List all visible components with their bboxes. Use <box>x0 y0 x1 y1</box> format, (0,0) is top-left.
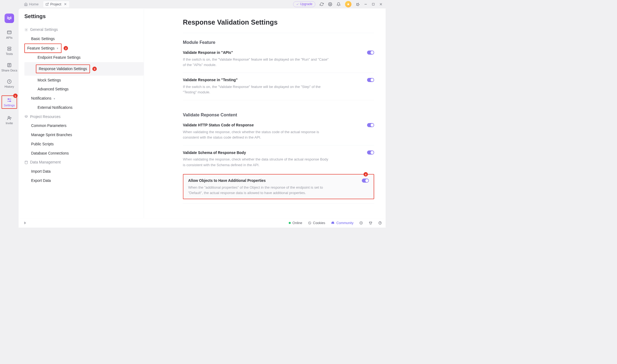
toggle-http-status[interactable] <box>367 123 374 127</box>
section-data-mgmt[interactable]: Data Management <box>24 158 144 167</box>
database-icon <box>24 160 28 164</box>
refresh-icon[interactable] <box>320 2 324 6</box>
nav-feature-settings-highlight: Feature Settings ▼ <box>24 44 62 53</box>
discord-icon <box>331 221 335 225</box>
rail-settings-highlight: 1 Settings <box>2 96 17 109</box>
badge-2: 2 <box>64 46 68 50</box>
nav-public-scripts[interactable]: Public Scripts <box>24 140 144 149</box>
nav-response-validation-highlight: Response Validation Settings <box>36 64 90 73</box>
online-dot-icon <box>289 222 291 224</box>
page-title: Settings <box>24 13 144 19</box>
cookie-icon <box>308 221 311 225</box>
share-icon <box>7 63 12 68</box>
plus-circle-icon[interactable] <box>359 221 363 225</box>
setting-additional-props: Allow Objects to Have Additional Propert… <box>188 179 369 196</box>
svg-point-29 <box>310 223 310 223</box>
setting-validate-apis: Validate Response in "APIs" If the switc… <box>183 51 374 73</box>
rail-apis[interactable]: APIs <box>6 30 12 40</box>
badge-4: 4 <box>363 172 368 176</box>
svg-point-34 <box>380 224 380 224</box>
collapse-panel-icon[interactable] <box>24 221 28 225</box>
nav-basic-settings[interactable]: Basic Settings <box>24 34 144 44</box>
svg-rect-8 <box>8 49 11 51</box>
window-close-icon[interactable] <box>379 2 383 6</box>
divider <box>183 204 374 204</box>
help-icon[interactable] <box>378 221 382 225</box>
svg-point-21 <box>25 161 27 162</box>
chevron-down-icon: ▼ <box>56 47 59 50</box>
svg-rect-2 <box>372 3 375 5</box>
rail-history[interactable]: History <box>5 79 14 89</box>
svg-point-17 <box>8 116 10 118</box>
status-community[interactable]: Community <box>331 221 353 225</box>
tab-home-label: Home <box>29 2 39 6</box>
rail-tests[interactable]: Tests <box>6 46 13 56</box>
section-module-feature: Module Feature <box>183 40 374 45</box>
rail-settings[interactable]: Settings <box>4 98 15 107</box>
rail-invite[interactable]: Invite <box>6 116 13 125</box>
tab-project-label: Project <box>50 2 61 6</box>
apis-icon <box>7 30 12 35</box>
section-general[interactable]: General Settings <box>24 25 144 34</box>
status-online[interactable]: Online <box>289 221 302 225</box>
close-icon[interactable]: ✕ <box>64 2 67 6</box>
bell-icon[interactable] <box>337 2 341 6</box>
nav-response-validation-row[interactable]: Response Validation Settings 3 <box>24 62 144 76</box>
toggle-validate-apis[interactable] <box>367 51 374 55</box>
nav-endpoint-feature[interactable]: Endpoint Feature Settings <box>24 53 144 62</box>
gear-small-icon <box>24 28 28 32</box>
settings-rail-icon <box>7 98 12 103</box>
rail-share[interactable]: Share Docs <box>1 63 17 72</box>
minimize-icon[interactable] <box>364 2 367 6</box>
svg-point-11 <box>8 99 9 100</box>
svg-point-20 <box>26 29 27 30</box>
tshirt-icon[interactable] <box>369 221 373 225</box>
nav-external-notifications[interactable]: External Notifications <box>24 103 144 112</box>
svg-rect-5 <box>7 31 11 34</box>
toggle-additional-props[interactable] <box>362 179 369 183</box>
content-title: Response Validation Settings <box>183 19 374 26</box>
tab-project[interactable]: Project ✕ <box>43 1 70 8</box>
avatar[interactable] <box>345 1 352 8</box>
nav-common-params[interactable]: Common Parameters <box>24 121 144 130</box>
badge-3: 3 <box>92 67 97 71</box>
toggle-schema-body[interactable] <box>367 150 374 155</box>
external-icon <box>45 2 49 6</box>
history-icon <box>7 79 12 84</box>
nav-feature-settings[interactable]: Feature Settings ▼ <box>27 46 59 50</box>
upgrade-button[interactable]: Upgrade <box>293 1 315 7</box>
rocket-icon <box>296 3 299 6</box>
svg-point-27 <box>308 222 311 224</box>
gear-icon[interactable] <box>328 2 332 6</box>
nav-export-data[interactable]: Export Data <box>24 176 144 185</box>
setting-additional-props-highlight: 4 Allow Objects to Have Additional Prope… <box>183 174 374 199</box>
nav-advanced-settings[interactable]: Advanced Settings <box>24 85 144 94</box>
tests-icon <box>7 46 12 51</box>
divider <box>183 33 374 33</box>
pin-icon[interactable] <box>356 2 360 6</box>
section-project-resources[interactable]: Project Resources <box>24 112 144 121</box>
status-cookies[interactable]: Cookies <box>308 221 325 225</box>
setting-http-status: Validate HTTP Status Code of Response Wh… <box>183 123 374 146</box>
section-validate-content: Validate Reponse Content <box>183 113 374 118</box>
badge-1: 1 <box>13 94 17 98</box>
svg-point-28 <box>309 222 309 223</box>
maximize-icon[interactable] <box>372 3 375 6</box>
nav-import-data[interactable]: Import Data <box>24 167 144 176</box>
layers-icon <box>24 115 28 119</box>
nav-mock-settings[interactable]: Mock Settings <box>24 76 144 85</box>
toggle-validate-testing[interactable] <box>367 78 374 82</box>
app-logo[interactable] <box>5 14 14 23</box>
nav-db-connections[interactable]: Database Connections <box>24 149 144 158</box>
nav-notifications[interactable]: Notifications ▼ <box>24 94 144 103</box>
tab-home[interactable]: Home <box>22 1 41 8</box>
nav-sprint-branches[interactable]: Manage Sprint Branches <box>24 130 144 140</box>
svg-rect-7 <box>8 47 11 48</box>
chevron-down-icon: ▼ <box>53 97 55 100</box>
invite-icon <box>7 116 12 121</box>
svg-point-0 <box>330 4 331 5</box>
home-icon <box>24 2 28 6</box>
setting-schema-body: Validate Schema of Response Body When va… <box>183 150 374 173</box>
svg-point-14 <box>10 101 11 101</box>
setting-validate-testing: Validate Response in "Testing" If the sw… <box>183 78 374 100</box>
